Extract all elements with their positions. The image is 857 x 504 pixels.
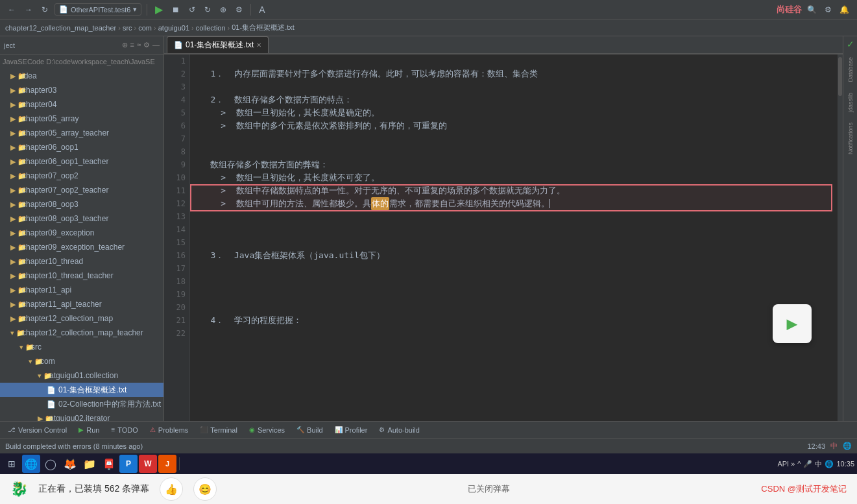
browser-chrome-icon[interactable]: 🌐 [22,455,40,473]
code-line-18 [195,275,832,288]
settings-icon[interactable]: ⚙ [822,4,834,16]
status-bar: Build completed with errors (8 minutes a… [0,438,857,453]
bottom-banner: 🐉 正在看，已装填 562 条弹幕 👍 😊 已关闭弹幕 CSDN @测试开发笔记 [0,474,857,504]
breadcrumb-item-6[interactable]: 01-集合框架概述.txt [232,23,295,32]
breadcrumb-item-5[interactable]: collection [196,24,226,32]
tab-file[interactable]: 📄 01-集合框架概述.txt ✕ [167,36,269,53]
sidebar-item-atguigu02[interactable]: ▶ 📁atguigu02.iterator [0,411,163,421]
taskbar-arrow[interactable]: ^ [797,460,801,468]
align-icon[interactable]: ≈ [137,41,141,49]
version-control-btn[interactable]: ⎇ Version Control [3,423,72,437]
problems-btn[interactable]: ⚠ Problems [145,423,193,437]
sidebar-item-com[interactable]: ▾ 📁com [0,354,163,368]
browser-icon2[interactable]: ◯ [42,455,60,473]
sidebar-item-ch11[interactable]: ▶ 📁chapter11_api [0,283,163,297]
top-bar-right: 尚硅谷 🔍 ⚙ 🔔 [777,4,852,16]
sidebar-item-ch10[interactable]: ▶ 📁chapter10_thread [0,254,163,269]
sidebar-item-ch11t[interactable]: ▶ 📁chapter11_api_teacher [0,297,163,311]
breadcrumb-item-4[interactable]: atguigu01 [158,24,189,32]
coverage-btn[interactable]: ↻ [202,4,213,16]
windows-icon[interactable]: ⊞ [3,455,21,473]
notifications-tab[interactable]: Notifications [846,120,855,157]
sidebar-item-file2[interactable]: 📄 02-Collection中的常用方法.txt [0,397,163,411]
sidebar-item-ch05[interactable]: ▶ 📁chapter05_array [0,112,163,126]
sidebar-item-ch05t[interactable]: ▶ 📁chapter05_array_teacher [0,126,163,140]
breadcrumb-item-1[interactable]: chapter12_collection_map_teacher [5,24,116,32]
rerun-btn[interactable]: ↺ [186,4,198,16]
scrollbar-vertical[interactable] [838,54,843,421]
code-line-1 [195,54,832,67]
refresh-btn[interactable]: ↻ [39,4,51,16]
sidebar-item-atguigu01[interactable]: ▾ 📁atguigu01.collection [0,368,163,383]
banner-btn1[interactable]: 👍 [160,477,183,501]
run-btn[interactable]: ▶ [152,2,165,17]
build-btn[interactable]: 🔨 Build [291,423,328,437]
tab-icon: 📄 [174,41,183,49]
taskbar-input-icon[interactable]: 中 [815,459,822,469]
app-icon[interactable]: W [139,455,157,473]
blue-p-icon[interactable]: P [119,455,138,473]
terminal-btn[interactable]: ⬛ Terminal [195,423,243,437]
forward-btn[interactable]: → [22,4,35,16]
search-icon[interactable]: 🔍 [804,4,819,16]
sidebar-item-ch12[interactable]: ▶ 📁chapter12_collection_map [0,311,163,326]
add-icon[interactable]: ⊕ [122,41,128,49]
minimize-icon[interactable]: — [152,41,160,49]
database-tab[interactable]: Database [846,54,855,85]
sidebar-tree: JavaSECode D:\code\workspace_teach\JavaS… [0,54,163,421]
highlight-word: 体的 [371,197,389,210]
profile-btn[interactable]: ⊕ [217,4,229,16]
breadcrumb-item-3[interactable]: com [138,24,152,32]
sidebar-item-file1[interactable]: 📄 01-集合框架概述.txt [0,383,163,397]
banner-btn2[interactable]: 😊 [193,477,217,501]
play-btn-icon[interactable]: ▶ [787,317,798,330]
sidebar-item-ch10t[interactable]: ▶ 📁chapter10_thread_teacher [0,269,163,283]
sidebar-item-idea[interactable]: ▶ 📁idea [0,69,163,83]
profiler-btn[interactable]: 📊 Profiler [330,423,373,437]
services-btn[interactable]: ◉ Services [244,423,290,437]
auto-build-btn[interactable]: ⚙ Auto-build [374,423,425,437]
separator [147,4,147,16]
taskbar-mic-icon[interactable]: 🎤 [803,460,812,468]
sidebar-item-ch03[interactable]: ▶ 📁chapter03 [0,83,163,97]
firefox-icon[interactable]: 🦊 [61,455,79,473]
translate-btn[interactable]: A [256,3,267,16]
folder-icon: ▾ 📁 [38,372,47,380]
notification-icon[interactable]: 🔔 [837,4,852,16]
sidebar-item-ch09[interactable]: ▶ 📁chapter09_exception [0,226,163,240]
sidebar-item-src[interactable]: ▾ 📁src [0,340,163,354]
back-btn[interactable]: ← [5,4,18,16]
sync-icon[interactable]: ≡ [130,41,134,49]
breadcrumb-item-2[interactable]: src [123,24,132,32]
tab-close-btn[interactable]: ✕ [256,42,261,49]
debug-btn[interactable]: ⚙ [233,4,245,16]
todo-icon: ≡ [111,426,115,433]
sidebar-item-ch06[interactable]: ▶ 📁chapter06_oop1 [0,140,163,154]
sidebar-item-ch07t[interactable]: ▶ 📁chapter07_oop2_teacher [0,183,163,197]
settings-gear-icon[interactable]: ⚙ [143,41,150,49]
build-label: Build [307,426,322,434]
mail-icon[interactable]: 📮 [100,455,118,473]
taskbar-right: API » ^ 🎤 中 🌐 10:35 [777,459,854,469]
editor-content[interactable]: 1 2 3 4 5 6 7 8 9 10 11 12 13 14 15 16 1 [164,54,843,421]
stop-btn[interactable]: ⏹ [169,4,182,16]
jdasslib-tab[interactable]: jdasslib [846,90,855,115]
sidebar-item-ch08[interactable]: ▶ 📁chapter08_oop3 [0,197,163,211]
run-bottom-btn[interactable]: ▶ Run [73,423,104,437]
scrollbar-thumb[interactable] [838,57,842,96]
sidebar-item-ch08t[interactable]: ▶ 📁chapter08_oop3_teacher [0,211,163,226]
taskbar-lang-icon[interactable]: 🌐 [825,460,834,468]
java-icon[interactable]: J [158,455,176,473]
play-overlay[interactable]: ▶ [773,304,812,343]
sidebar-item-ch12t[interactable]: ▾ 📁chapter12_collection_map_teacher [0,326,163,340]
editor-area: 📄 01-集合框架概述.txt ✕ 1 2 3 4 5 6 7 8 9 [164,36,843,421]
project-dropdown[interactable]: 📄 OtherAPITest.test6 ▾ [54,3,141,16]
sidebar-item-ch09t[interactable]: ▶ 📁chapter09_exception_teacher [0,240,163,254]
folder-icon-taskbar[interactable]: 📁 [80,455,99,473]
sidebar-item-ch07[interactable]: ▶ 📁chapter07_oop2 [0,169,163,183]
sidebar-item-ch06t[interactable]: ▶ 📁chapter06_oop1_teacher [0,154,163,169]
todo-btn[interactable]: ≡ TODO [106,423,143,437]
code-content[interactable]: 1． 内存层面需要针对于多个数据进行存储。此时，可以考虑的容器有：数组、集合类 … [190,54,838,421]
project-name: OtherAPITest.test6 [71,6,130,14]
sidebar-item-ch04[interactable]: ▶ 📁chapter04 [0,97,163,112]
